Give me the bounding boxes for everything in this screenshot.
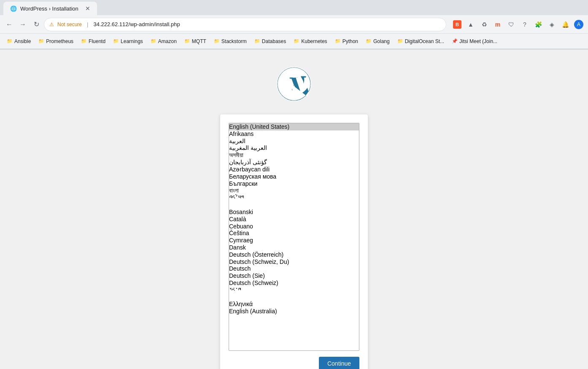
folder-icon: 📁 bbox=[214, 38, 220, 44]
folder-icon: 📁 bbox=[38, 38, 44, 44]
help-button[interactable]: ? bbox=[519, 19, 531, 30]
bookmark-item[interactable]: 📁Kubernetes bbox=[290, 37, 330, 46]
language-option[interactable]: Cebuano bbox=[229, 223, 359, 230]
language-option[interactable]: Deutsch (Schweiz, Du) bbox=[229, 258, 359, 266]
language-option[interactable]: Беларуская мова bbox=[229, 173, 359, 180]
language-option[interactable]: Dansk bbox=[229, 244, 359, 251]
not-secure-label: Not secure bbox=[57, 22, 82, 27]
language-listbox[interactable]: English (United States)Afrikaansالعربيةا… bbox=[229, 123, 359, 351]
language-option[interactable]: অসমীয়া bbox=[229, 152, 359, 159]
wordpress-logo bbox=[276, 66, 312, 102]
wallet-icon: ◈ bbox=[550, 21, 554, 28]
language-option[interactable]: Čeština bbox=[229, 230, 359, 237]
folder-icon: 📁 bbox=[254, 38, 260, 44]
puzzle-icon: 🧩 bbox=[535, 21, 542, 28]
language-option[interactable]: Deutsch (Sie) bbox=[229, 272, 359, 279]
forward-button[interactable]: → bbox=[17, 19, 29, 30]
folder-icon: 📌 bbox=[452, 38, 458, 44]
language-option[interactable]: རྫོང་ཁ bbox=[229, 287, 359, 294]
bookmark-item[interactable]: 📁DigitalOcean St... bbox=[394, 37, 448, 46]
stats-icon: m bbox=[495, 21, 500, 28]
bookmark-item[interactable]: 📁Databases bbox=[251, 37, 289, 46]
language-option[interactable]: English (Australia) bbox=[229, 308, 359, 315]
language-option[interactable]: Azərbaycan dili bbox=[229, 166, 359, 173]
bookmark-item[interactable]: 📁Ansible bbox=[3, 37, 34, 46]
bookmark-item[interactable]: 📁Python bbox=[332, 37, 361, 46]
folder-icon: 📁 bbox=[397, 38, 403, 44]
bookmark-item[interactable]: 📁MQTT bbox=[181, 37, 210, 46]
dialog-footer: Continue bbox=[229, 357, 359, 369]
continue-button[interactable]: Continue bbox=[319, 357, 359, 369]
language-option[interactable]: گؤنئی آذربایجان bbox=[229, 159, 359, 166]
language-option[interactable]: Català bbox=[229, 216, 359, 223]
language-option[interactable]: English (United States) bbox=[229, 123, 359, 130]
language-option[interactable]: བོད་ཡིག bbox=[229, 194, 359, 201]
language-option[interactable]: Deutsch (Schweiz) bbox=[229, 279, 359, 287]
active-tab[interactable]: 🌐 WordPress › Installation ✕ bbox=[3, 2, 97, 15]
url-text: 34.222.62.112/wp-admin/install.php bbox=[93, 21, 180, 27]
tab-close-icon[interactable]: ✕ bbox=[85, 5, 90, 12]
folder-icon: 📁 bbox=[113, 38, 119, 44]
vpn-button[interactable]: 🛡 bbox=[505, 19, 517, 30]
language-option[interactable]: বাংলা bbox=[229, 187, 359, 194]
reload-button[interactable]: ↻ bbox=[30, 19, 42, 30]
bell-icon: 🔔 bbox=[562, 21, 569, 28]
bookmark-item[interactable]: 📁Amazon bbox=[147, 37, 180, 46]
bookmark-item[interactable]: 📁Learnings bbox=[110, 37, 146, 46]
tab-title: WordPress › Installation bbox=[20, 5, 78, 12]
language-option[interactable] bbox=[229, 201, 359, 209]
brave-stats-button[interactable]: m bbox=[492, 19, 504, 30]
folder-icon: 📁 bbox=[81, 38, 87, 44]
url-separator: | bbox=[87, 21, 88, 27]
wallet-button[interactable]: ◈ bbox=[546, 19, 558, 30]
notifications-button[interactable]: 🔔 bbox=[559, 19, 571, 30]
language-option[interactable]: Ελληνικά bbox=[229, 301, 359, 308]
language-option[interactable]: Bosanski bbox=[229, 209, 359, 216]
recycle-button[interactable]: ♻ bbox=[478, 19, 490, 30]
language-dialog: English (United States)Afrikaansالعربيةا… bbox=[220, 114, 368, 369]
tab-favicon: 🌐 bbox=[10, 5, 17, 12]
recycle-icon: ♻ bbox=[482, 21, 487, 28]
security-warning-icon: ⚠ bbox=[49, 22, 54, 27]
address-bar[interactable]: ⚠ Not secure | 34.222.62.112/wp-admin/in… bbox=[44, 18, 446, 31]
brave-news-button[interactable]: ▲ bbox=[465, 19, 477, 30]
profile-avatar: A bbox=[574, 20, 583, 29]
folder-icon: 📁 bbox=[184, 38, 190, 44]
bookmark-item[interactable]: 📁Golang bbox=[362, 37, 393, 46]
bookmark-item[interactable]: 📁Stackstorm bbox=[210, 37, 250, 46]
folder-icon: 📁 bbox=[294, 38, 299, 44]
folder-icon: 📁 bbox=[366, 38, 372, 44]
bookmarks-bar: 📁Ansible📁Prometheus📁Fluentd📁Learnings📁Am… bbox=[0, 34, 588, 49]
profile-button[interactable]: A bbox=[573, 19, 585, 30]
language-option[interactable]: Български bbox=[229, 180, 359, 187]
bookmark-item[interactable]: 📁Prometheus bbox=[35, 37, 77, 46]
vpn-icon: 🛡 bbox=[508, 21, 514, 28]
bookmark-item[interactable]: 📌Jitsi Meet (Join... bbox=[448, 37, 501, 46]
folder-icon: 📁 bbox=[335, 38, 341, 44]
extensions-button[interactable]: 🧩 bbox=[532, 19, 544, 30]
language-option[interactable]: العربية المغربية bbox=[229, 144, 359, 152]
brave-shield-icon: B bbox=[453, 20, 461, 29]
back-button[interactable]: ← bbox=[3, 19, 15, 30]
language-option[interactable]: Afrikaans bbox=[229, 130, 359, 138]
language-option[interactable]: العربية bbox=[229, 138, 359, 145]
folder-icon: 📁 bbox=[7, 38, 13, 44]
language-option[interactable]: Deutsch bbox=[229, 265, 359, 272]
folder-icon: 📁 bbox=[151, 38, 156, 44]
help-icon: ? bbox=[523, 21, 526, 28]
news-icon: ▲ bbox=[468, 21, 474, 28]
brave-shield-button[interactable]: B bbox=[451, 19, 463, 30]
bookmark-item[interactable]: 📁Fluentd bbox=[78, 37, 109, 46]
language-option[interactable] bbox=[229, 294, 359, 301]
page-content: English (United States)Afrikaansالعربيةا… bbox=[0, 49, 588, 369]
language-option[interactable]: Deutsch (Österreich) bbox=[229, 251, 359, 258]
language-option[interactable]: Cymraeg bbox=[229, 237, 359, 244]
